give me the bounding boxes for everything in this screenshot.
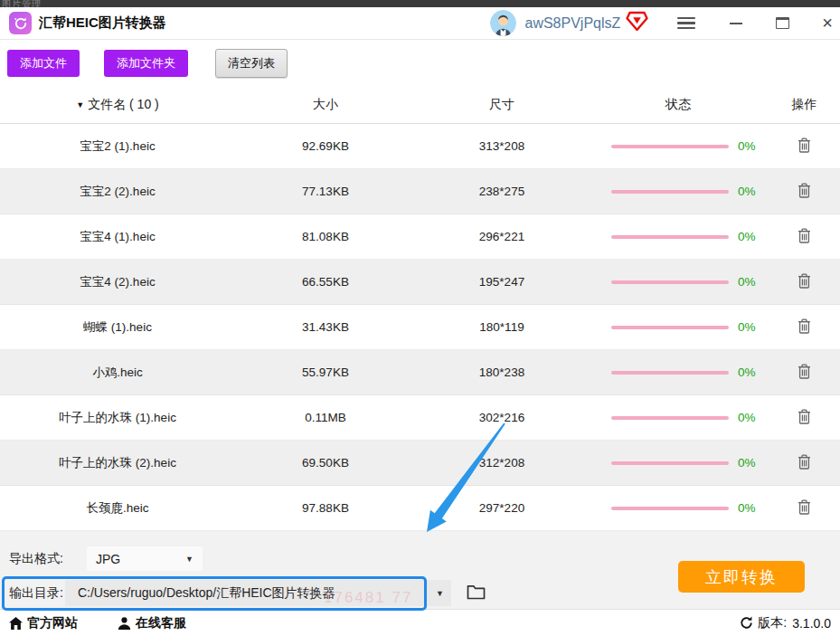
progress-bar	[611, 371, 729, 375]
file-action	[769, 407, 840, 429]
table-row: 叶子上的水珠 (1).heic 0.11MB 302*216 0%	[0, 395, 840, 441]
progress-percent: 0%	[738, 456, 756, 470]
file-size: 97.88KB	[235, 501, 416, 515]
file-dimension: 313*208	[416, 139, 588, 153]
file-name: 叶子上的水珠 (2).heic	[0, 455, 235, 471]
file-status: 0%	[588, 230, 769, 243]
online-support-link[interactable]: 在线客服	[118, 615, 186, 631]
official-website-link[interactable]: 官方网站	[9, 615, 78, 631]
chevron-down-icon: ▼	[185, 555, 193, 564]
delete-icon[interactable]	[796, 498, 813, 519]
delete-icon[interactable]	[796, 271, 813, 293]
progress-bar	[611, 190, 729, 194]
app-logo-icon	[9, 12, 32, 34]
avatar[interactable]	[490, 10, 516, 36]
table-row: 宝宝2 (2).heic 77.13KB 238*275 0%	[0, 169, 840, 214]
file-dimension: 296*221	[416, 230, 588, 243]
titlebar: 汇帮HEIC图片转换器 awS8PVjPqlsZ ×	[0, 7, 840, 40]
minimize-icon[interactable]	[730, 23, 742, 24]
output-dir-input[interactable]: C:/Users/ruguo/Desktop/汇帮HEIC图片转换器 ▼	[65, 580, 451, 606]
progress-bar	[611, 235, 729, 239]
file-name: 宝宝2 (1).heic	[0, 138, 235, 155]
convert-button[interactable]: 立即转换	[678, 561, 805, 593]
background-window-text: 图片管理	[2, 0, 42, 7]
footer: 官方网站 在线客服 版本: 3.1.0.0	[0, 609, 840, 636]
header-dimension: 尺寸	[416, 97, 588, 113]
file-dimension: 297*220	[416, 501, 588, 515]
delete-icon[interactable]	[796, 362, 813, 384]
file-size: 31.43KB	[235, 320, 416, 334]
delete-icon[interactable]	[796, 452, 813, 474]
file-name: 长颈鹿.heic	[0, 500, 235, 517]
table-row: 宝宝4 (2).heic 66.55KB 195*247 0%	[0, 260, 840, 305]
output-dir-value: C:/Users/ruguo/Desktop/汇帮HEIC图片转换器	[78, 585, 335, 602]
progress-percent: 0%	[738, 320, 756, 334]
file-dimension: 238*275	[416, 185, 588, 198]
username[interactable]: awS8PVjPqlsZ	[524, 15, 620, 32]
file-name: 宝宝4 (2).heic	[0, 274, 235, 290]
chevron-down-icon[interactable]: ▼	[436, 589, 444, 598]
export-format-label: 导出格式:	[9, 551, 63, 567]
person-icon	[118, 617, 131, 630]
file-size: 55.97KB	[235, 365, 416, 379]
file-action	[769, 226, 840, 248]
app-title: 汇帮HEIC图片转换器	[39, 14, 166, 32]
file-status: 0%	[588, 456, 769, 470]
file-size: 92.69KB	[235, 139, 416, 153]
maximize-icon[interactable]	[776, 17, 789, 29]
table-row: 宝宝2 (1).heic 92.69KB 313*208 0%	[0, 124, 840, 169]
progress-percent: 0%	[738, 139, 756, 153]
file-size: 77.13KB	[235, 185, 416, 198]
vip-badge-icon[interactable]	[626, 11, 648, 35]
file-size: 66.55KB	[235, 275, 416, 289]
file-action	[769, 498, 840, 519]
file-name: 小鸡.heic	[0, 365, 235, 381]
header-filename[interactable]: ▼ 文件名 ( 10 )	[0, 97, 235, 113]
file-status: 0%	[588, 501, 769, 515]
export-format-select[interactable]: JPG ▼	[87, 546, 203, 571]
add-folder-button[interactable]: 添加文件夹	[104, 50, 188, 77]
file-name: 宝宝4 (1).heic	[0, 229, 235, 245]
progress-bar	[611, 416, 729, 420]
progress-percent: 0%	[738, 501, 756, 515]
file-action	[769, 181, 840, 203]
delete-icon[interactable]	[796, 181, 813, 203]
menu-icon[interactable]	[677, 14, 695, 33]
version-info[interactable]: 版本: 3.1.0.0	[740, 615, 831, 631]
progress-bar	[611, 326, 729, 329]
file-action	[769, 136, 840, 157]
delete-icon[interactable]	[796, 317, 813, 338]
table-row: 蝴蝶 (1).heic 31.43KB 180*119 0%	[0, 305, 840, 350]
file-name: 蝴蝶 (1).heic	[0, 319, 235, 336]
update-icon	[740, 616, 753, 630]
delete-icon[interactable]	[796, 226, 813, 248]
file-status: 0%	[588, 139, 769, 153]
progress-bar	[611, 461, 729, 465]
progress-percent: 0%	[738, 411, 756, 424]
file-action	[769, 317, 840, 338]
browse-folder-icon[interactable]	[467, 584, 486, 603]
progress-bar	[611, 280, 729, 284]
sort-arrow-icon: ▼	[76, 100, 84, 109]
add-files-button[interactable]: 添加文件	[7, 50, 80, 77]
file-status: 0%	[588, 185, 769, 198]
file-status: 0%	[588, 365, 769, 379]
close-icon[interactable]: ×	[822, 17, 833, 29]
file-action	[769, 271, 840, 293]
clear-list-button[interactable]: 清空列表	[215, 49, 288, 78]
header-status: 状态	[588, 97, 769, 113]
table-row: 宝宝4 (1).heic 81.08KB 296*221 0%	[0, 214, 840, 260]
export-format-value: JPG	[96, 552, 120, 566]
file-size: 69.50KB	[235, 456, 416, 470]
file-dimension: 195*247	[416, 275, 588, 289]
progress-bar	[611, 507, 729, 510]
table-row: 长颈鹿.heic 97.88KB 297*220 0%	[0, 486, 840, 531]
bottom-panel: 导出格式: JPG ▼ 输出目录: C:/Users/ruguo/Desktop…	[0, 531, 840, 609]
delete-icon[interactable]	[796, 136, 813, 157]
file-status: 0%	[588, 275, 769, 289]
file-name: 叶子上的水珠 (1).heic	[0, 410, 235, 426]
progress-percent: 0%	[738, 275, 756, 289]
progress-percent: 0%	[738, 230, 756, 243]
file-action	[769, 362, 840, 384]
delete-icon[interactable]	[796, 407, 813, 429]
